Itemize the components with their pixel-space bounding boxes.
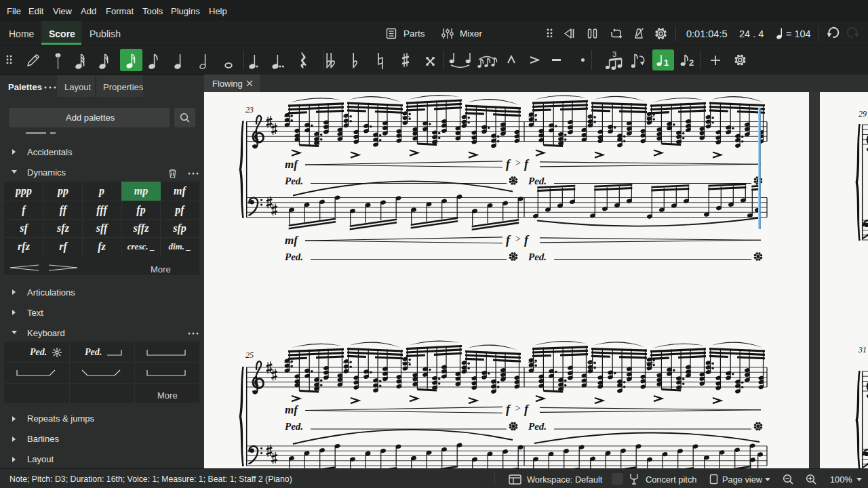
svg-text:1: 1 [664,58,669,67]
svg-text:>: > [515,158,521,168]
svg-text:Ped.: Ped. [285,176,303,186]
svg-text:mf: mf [285,234,299,247]
svg-text:Flowing: Flowing [212,79,243,89]
svg-text:3: 3 [612,50,616,58]
svg-text:Ped.: Ped. [285,421,303,432]
svg-text:31: 31 [858,345,867,354]
svg-text:Ped.: Ped. [528,176,547,186]
svg-text:>: > [515,234,521,244]
svg-text:mf: mf [285,158,299,171]
svg-text:23: 23 [245,105,254,115]
svg-text:Ped.: Ped. [528,251,547,262]
svg-text:29: 29 [859,109,867,119]
svg-text:Ped.: Ped. [528,421,547,432]
svg-text:25: 25 [245,350,254,360]
svg-text:>: > [515,403,521,413]
svg-text:2: 2 [689,58,694,67]
svg-text:Ped.: Ped. [285,251,303,262]
svg-text:mf: mf [285,403,299,416]
